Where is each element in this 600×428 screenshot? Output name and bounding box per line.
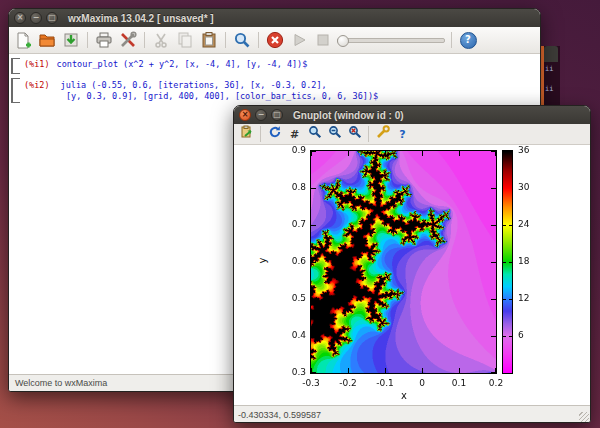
colorbar-contour-dash (509, 299, 512, 300)
save-button[interactable] (61, 30, 81, 50)
copy-button[interactable] (175, 30, 195, 50)
export-clipboard-icon (240, 125, 254, 143)
x-tick-label: -0.2 (333, 378, 363, 389)
x-tick-label: -0.1 (370, 378, 400, 389)
toolbar-separator (260, 126, 261, 142)
grid-icon: # (290, 129, 299, 140)
axis-tick-mark (422, 368, 423, 373)
colorbar-contour-dash (503, 299, 506, 300)
colorbar-contour-dash (503, 336, 506, 337)
input-code[interactable]: contour_plot (x^2 + y^2, [x, -4, 4], [y,… (57, 59, 308, 69)
grid-button[interactable]: # (286, 126, 303, 142)
y-tick-label: 0.6 (280, 256, 306, 267)
slider-track (337, 38, 445, 43)
resize-grip[interactable] (579, 412, 589, 422)
axis-tick-mark (311, 336, 316, 337)
maximize-button[interactable]: □ (46, 12, 58, 24)
julia-plot-canvas[interactable] (311, 151, 496, 373)
colorbar-tick-label: 6 (518, 330, 540, 341)
close-button[interactable]: × (14, 12, 26, 24)
input-cell-line[interactable]: (%i2)julia (-0.55, 0.6, [iterations, 36]… (24, 80, 327, 91)
toolbar-separator (225, 32, 226, 48)
toolbar-separator (87, 32, 88, 48)
colorbar-tick-label: 18 (518, 256, 540, 267)
axis-tick-mark (491, 151, 496, 152)
terminal-tab[interactable] (544, 46, 558, 62)
paste-clipboard-icon (200, 31, 218, 49)
cursor-coordinates: -0.430334, 0.599587 (238, 410, 321, 420)
find-button[interactable] (232, 30, 252, 50)
gnuplot-plot-area: y x -0.3-0.2-0.100.10.20.90.80.70.60.50.… (234, 145, 590, 405)
axis-tick-mark (311, 262, 316, 263)
help-icon: ? (460, 32, 477, 49)
plot-frame (310, 150, 497, 374)
zoom-previous-icon (328, 125, 342, 143)
maximize-button[interactable]: □ (271, 109, 283, 121)
refresh-icon (268, 125, 282, 143)
axis-tick-mark (422, 151, 423, 156)
gnuplot-titlebar[interactable]: × − □ Gnuplot (window id : 0) (234, 106, 590, 124)
autoscale-button[interactable] (346, 126, 363, 142)
minimize-button[interactable]: − (30, 12, 42, 24)
x-axis-label: x (389, 390, 419, 401)
help-button[interactable]: ? (458, 30, 478, 50)
x-tick-label: -0.3 (296, 378, 326, 389)
cell-bracket[interactable] (11, 58, 20, 74)
axis-tick-mark (491, 225, 496, 226)
copy-icon (176, 31, 194, 49)
colorbar-contour-dash (503, 225, 506, 226)
axis-tick-mark (311, 225, 316, 226)
axis-tick-mark (459, 151, 460, 156)
replot-button[interactable] (266, 126, 283, 142)
play-button[interactable] (289, 30, 309, 50)
input-cell-line[interactable]: (%i1)contour_plot (x^2 + y^2, [x, -4, 4]… (24, 59, 307, 70)
input-cell-line[interactable]: [y, 0.3, 0.9], [grid, 400, 400], [color_… (66, 91, 378, 102)
input-code[interactable]: julia (-0.55, 0.6, [iterations, 36], [x,… (61, 80, 327, 90)
colorbar-tick-label: 12 (518, 293, 540, 304)
y-tick-label: 0.7 (280, 219, 306, 230)
interrupt-button[interactable] (265, 30, 285, 50)
axis-tick-mark (311, 151, 316, 152)
configure-button[interactable] (118, 30, 138, 50)
new-document-button[interactable] (13, 30, 33, 50)
open-folder-icon (38, 31, 56, 49)
axis-tick-mark (311, 299, 316, 300)
zoom-next-button[interactable] (306, 126, 323, 142)
toolbar-separator (451, 32, 452, 48)
terminal-window[interactable]: ii ii (541, 46, 560, 106)
print-icon (95, 31, 113, 49)
gnuplot-window[interactable]: × − □ Gnuplot (window id : 0) # ? y x -0… (233, 105, 591, 423)
toolbar-separator (144, 32, 145, 48)
colorbar-tick-label: 36 (518, 145, 540, 156)
animation-slider[interactable] (337, 33, 445, 47)
axis-tick-mark (385, 368, 386, 373)
wrench-icon (376, 125, 390, 143)
options-button[interactable] (374, 126, 391, 142)
y-tick-label: 0.9 (280, 145, 306, 156)
window-title: Gnuplot (window id : 0) (293, 110, 404, 121)
export-button[interactable] (238, 126, 255, 142)
cell-bracket[interactable] (11, 78, 20, 103)
close-button[interactable]: × (239, 109, 251, 121)
wxmaxima-titlebar[interactable]: × − □ wxMaxima 13.04.2 [ unsaved* ] (9, 9, 540, 27)
zoom-previous-button[interactable] (326, 126, 343, 142)
zoom-next-icon (308, 125, 322, 143)
stop-button[interactable] (313, 30, 333, 50)
help-icon: ? (399, 129, 405, 140)
open-button[interactable] (37, 30, 57, 50)
slider-handle[interactable] (337, 35, 349, 47)
axis-tick-mark (491, 262, 496, 263)
paste-button[interactable] (199, 30, 219, 50)
minimize-button[interactable]: − (255, 109, 267, 121)
input-code[interactable]: [y, 0.3, 0.9], [grid, 400, 400], [color_… (66, 91, 378, 101)
y-tick-label: 0.3 (280, 367, 306, 378)
search-icon (233, 31, 251, 49)
gnuplot-statusbar: -0.430334, 0.599587 (234, 405, 590, 423)
axis-tick-mark (491, 299, 496, 300)
print-button[interactable] (94, 30, 114, 50)
autoscale-icon (348, 125, 362, 143)
y-tick-label: 0.5 (280, 293, 306, 304)
cut-button[interactable] (151, 30, 171, 50)
y-tick-label: 0.8 (280, 182, 306, 193)
help-button[interactable]: ? (394, 126, 411, 142)
